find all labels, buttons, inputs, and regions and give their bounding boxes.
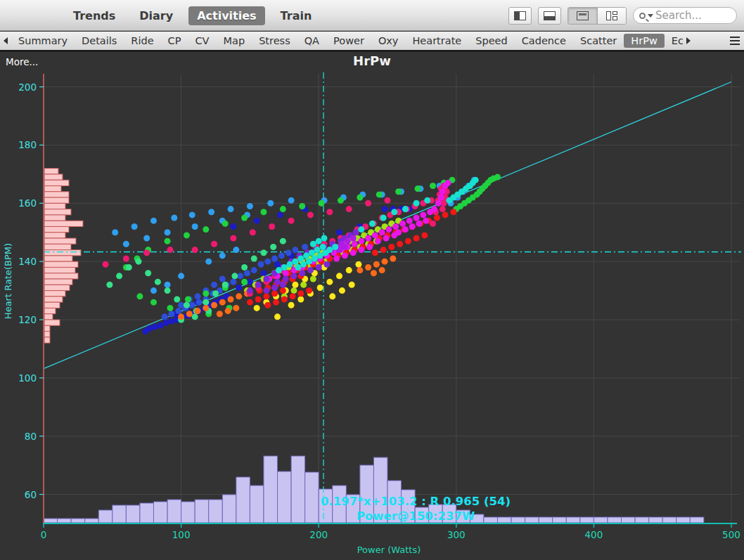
- search-box[interactable]: [633, 7, 737, 24]
- chart-tab-qa[interactable]: QA: [297, 34, 326, 48]
- plot-axes: [43, 74, 737, 524]
- scatter-points: [103, 174, 501, 335]
- svg-text:200: 200: [18, 82, 37, 93]
- chart-tab-stress[interactable]: Stress: [252, 34, 297, 48]
- search-options-caret-icon[interactable]: [648, 14, 653, 18]
- svg-text:60: 60: [25, 489, 37, 500]
- regression-annotation-line2: Power@150:237W: [357, 509, 475, 523]
- main-tab-diary[interactable]: Diary: [131, 6, 181, 25]
- chart-tab-strip: SummaryDetailsRideCPCVMapStressQAPowerOx…: [11, 32, 683, 50]
- svg-text:120: 120: [18, 314, 37, 325]
- chart-tab-oxy[interactable]: Oxy: [371, 34, 406, 48]
- chart-tab-bar: SummaryDetailsRideCPCVMapStressQAPowerOx…: [0, 32, 744, 50]
- view-layout-segmented-control: [567, 7, 627, 25]
- goldencheetah-window: TrendsDiaryActivitiesTrain: [0, 0, 744, 560]
- single-view-button[interactable]: [568, 8, 597, 24]
- toggle-bottom-panel-button[interactable]: [538, 7, 561, 25]
- search-icon: [639, 13, 646, 19]
- chart-tab-details[interactable]: Details: [75, 34, 124, 48]
- svg-text:0: 0: [41, 529, 47, 540]
- chart-tab-scatter[interactable]: Scatter: [573, 34, 624, 48]
- tiled-view-button[interactable]: [597, 8, 626, 24]
- toggle-left-sidebar-button[interactable]: [508, 7, 532, 25]
- svg-text:100: 100: [18, 372, 37, 384]
- chart-tab-cadence[interactable]: Cadence: [515, 34, 573, 48]
- main-tab-activities[interactable]: Activities: [188, 6, 264, 25]
- chart-tab-ride[interactable]: Ride: [124, 34, 160, 48]
- chart-tab-heartrate[interactable]: Heartrate: [405, 34, 468, 48]
- chart-tab-ec[interactable]: Ec: [665, 34, 683, 48]
- search-input[interactable]: [655, 9, 726, 22]
- hrpw-chart-panel: More... HrPw 010020030040050060801001201…: [0, 52, 744, 560]
- tiled-view-icon: [606, 11, 618, 20]
- main-toolbar: TrendsDiaryActivitiesTrain: [0, 0, 744, 31]
- svg-text:160: 160: [18, 197, 37, 209]
- crosshair: [44, 72, 741, 523]
- toolbar-right-controls: [508, 0, 737, 31]
- chart-tab-hrpw[interactable]: HrPw: [624, 34, 664, 48]
- scroll-tabs-left-button[interactable]: [0, 37, 11, 44]
- chart-tab-cp[interactable]: CP: [161, 34, 188, 48]
- scroll-tabs-right-button[interactable]: [683, 37, 694, 44]
- left-sidebar-icon: [514, 11, 526, 20]
- heartrate-histogram: [44, 169, 83, 344]
- chevron-right-icon: [686, 37, 691, 44]
- chart-title: HrPw: [0, 53, 744, 68]
- chart-menu-button[interactable]: [730, 37, 740, 45]
- chevron-left-icon: [4, 37, 8, 44]
- chart-tab-power[interactable]: Power: [326, 34, 371, 48]
- main-tab-trends[interactable]: Trends: [65, 6, 124, 25]
- main-tab-strip: TrendsDiaryActivitiesTrain: [65, 0, 320, 31]
- svg-text:300: 300: [447, 529, 466, 540]
- chart-tab-summary[interactable]: Summary: [11, 34, 75, 48]
- x-axis-title: Power (Watts): [357, 545, 421, 555]
- y-axis-title: Heart Rate(BPM): [3, 243, 13, 319]
- chart-tab-map[interactable]: Map: [217, 34, 252, 48]
- chart-tab-speed[interactable]: Speed: [468, 34, 514, 48]
- regression-annotation-line1: 0.197*x+103.2 : R 0.965 (54): [321, 495, 511, 508]
- svg-text:80: 80: [25, 431, 37, 442]
- svg-text:180: 180: [18, 139, 37, 150]
- main-tab-train[interactable]: Train: [272, 6, 321, 25]
- svg-text:400: 400: [585, 529, 603, 540]
- svg-text:140: 140: [18, 256, 37, 267]
- svg-text:100: 100: [172, 529, 191, 540]
- bottom-panel-icon: [544, 11, 556, 20]
- svg-text:500: 500: [722, 529, 740, 540]
- single-view-icon: [577, 11, 589, 20]
- chart-tab-cv[interactable]: CV: [188, 34, 216, 48]
- hrpw-scatter-plot[interactable]: 01002003004005006080100120140160180200Po…: [0, 52, 744, 560]
- svg-text:200: 200: [309, 529, 328, 540]
- plot-gridlines: [44, 74, 740, 523]
